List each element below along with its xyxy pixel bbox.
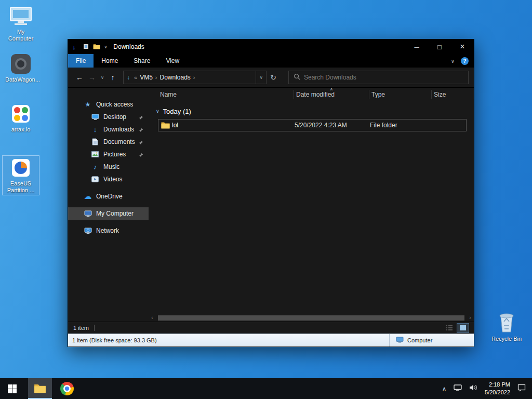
sidebar-item-label: Music (103, 163, 119, 170)
music-icon: ♪ (91, 163, 99, 171)
group-header-today[interactable]: ∨ Today (1) (149, 105, 474, 117)
desktop-icon-easeus[interactable]: EaseUS Partition ... (3, 156, 39, 195)
maximize-button[interactable]: □ (428, 39, 451, 54)
taskbar-clock[interactable]: 2:18 PM 5/20/2022 (485, 381, 510, 396)
desktop-icon-recycle-bin[interactable]: Recycle Bin (490, 308, 523, 343)
qat-new-folder-icon[interactable] (93, 44, 100, 50)
thumbnail-view-button[interactable] (457, 324, 469, 332)
documents-icon (91, 138, 99, 145)
window-title: Downloads (113, 43, 144, 50)
column-header-date-modified[interactable]: ∧ Date modified (294, 90, 369, 99)
breadcrumb-vm5[interactable]: VM5 (138, 74, 154, 81)
pin-icon (139, 139, 143, 147)
desktop-icon-label: My Computer (5, 29, 36, 42)
back-button[interactable]: ← (73, 71, 86, 84)
sidebar-item-network[interactable]: Network (68, 224, 149, 237)
sidebar-item-pictures[interactable]: Pictures (68, 148, 149, 161)
forward-button[interactable]: → (86, 71, 98, 84)
arrax-icon (5, 103, 36, 125)
tray-overflow-chevron-icon[interactable]: ∧ (442, 385, 446, 392)
tab-view[interactable]: View (158, 54, 187, 68)
sidebar-item-documents[interactable]: Documents (68, 136, 149, 148)
column-header-type[interactable]: Type (369, 90, 432, 99)
help-icon[interactable]: ? (461, 57, 469, 65)
file-list-pane: Name ∧ Date modified Type Size ∨ Today (… (149, 88, 474, 314)
taskbar: ∧ 2:18 PM 5/20/2022 (0, 378, 532, 399)
sidebar-item-label: OneDrive (96, 193, 123, 200)
title-bar: ↓ ∨ Downloads ─ □ × (68, 39, 474, 54)
desktop-icon-label: Recycle Bin (491, 336, 522, 342)
pictures-icon (91, 151, 99, 157)
desktop-icon-my-computer[interactable]: My Computer (4, 4, 37, 43)
taskbar-chrome-button[interactable] (55, 378, 79, 399)
explorer-status-bar: 1 item (68, 322, 474, 334)
search-box[interactable] (288, 71, 469, 84)
up-button[interactable]: ↑ (107, 71, 119, 84)
details-view-button[interactable] (444, 324, 455, 332)
desktop-background: My Computer DataWagon... arrax.io EaseUS… (0, 0, 532, 399)
sidebar-item-my-computer[interactable]: My Computer (68, 207, 149, 220)
pin-icon (139, 114, 143, 122)
file-type: File folder (370, 122, 432, 129)
my-computer-icon (5, 5, 36, 27)
search-input[interactable] (304, 74, 463, 81)
file-row[interactable]: lol 5/20/2022 4:23 AM File folder (158, 119, 467, 131)
column-header-name[interactable]: Name (158, 90, 294, 99)
scroll-left-arrow[interactable]: ‹ (149, 314, 156, 322)
taskbar-file-explorer-button[interactable] (28, 378, 52, 399)
sidebar-item-label: Downloads (103, 126, 134, 133)
group-collapse-chevron-icon: ∨ (156, 109, 159, 114)
pin-icon (139, 127, 143, 134)
refresh-button[interactable]: ↻ (267, 71, 280, 84)
close-button[interactable]: × (451, 39, 474, 54)
videos-icon (91, 176, 99, 182)
address-dropdown-chevron-icon[interactable]: ∨ (256, 71, 263, 84)
desktop-icon-arrax[interactable]: arrax.io (4, 102, 37, 134)
quick-access-star-icon: ★ (84, 101, 92, 108)
sidebar-item-downloads[interactable]: ↓ Downloads (68, 123, 149, 136)
sidebar-item-label: My Computer (96, 210, 134, 217)
sidebar-item-desktop[interactable]: Desktop (68, 111, 149, 123)
action-center-icon[interactable] (517, 384, 526, 394)
breadcrumb-separator-icon[interactable]: › (154, 74, 158, 81)
zone-label: Computer (407, 337, 432, 343)
item-count: 1 item (73, 325, 89, 331)
tab-file[interactable]: File (68, 54, 94, 68)
sidebar-item-music[interactable]: ♪ Music (68, 161, 149, 173)
windows-logo-icon (8, 384, 17, 393)
onedrive-cloud-icon: ☁ (84, 192, 92, 201)
tab-share[interactable]: Share (126, 54, 158, 68)
sidebar-item-label: Pictures (103, 151, 126, 158)
desktop-folder-icon (91, 114, 99, 121)
address-bar[interactable]: ↓ « VM5 › Downloads › ∨ (123, 71, 267, 84)
start-button[interactable] (0, 378, 24, 399)
tray-volume-icon[interactable] (469, 384, 477, 393)
sidebar-item-label: Desktop (103, 113, 126, 121)
address-overflow[interactable]: « (133, 74, 138, 81)
sidebar-item-onedrive[interactable]: ☁ OneDrive (68, 190, 149, 203)
qat-properties-icon[interactable] (83, 44, 89, 50)
scrollbar-thumb[interactable] (158, 315, 464, 321)
file-name: lol (172, 122, 295, 129)
qat-customize-chevron-icon[interactable]: ∨ (104, 45, 108, 49)
scroll-right-arrow[interactable]: › (467, 314, 474, 322)
breadcrumb-downloads[interactable]: Downloads (158, 74, 192, 81)
breadcrumb-separator-icon[interactable]: › (192, 74, 196, 81)
recent-locations-chevron-icon[interactable]: ∨ (98, 71, 107, 84)
sidebar-item-label: Documents (103, 138, 135, 145)
desktop-icon-datawagon[interactable]: DataWagon... (4, 52, 37, 84)
minimize-button[interactable]: ─ (405, 39, 428, 54)
sidebar-item-videos[interactable]: Videos (68, 173, 149, 185)
pin-icon (139, 152, 143, 159)
navigation-bar: ← → ∨ ↑ ↓ « VM5 › Downloads › ∨ ↻ (68, 68, 474, 88)
network-icon (84, 228, 92, 234)
navigation-pane: ★ Quick access Desktop ↓ Downloads (68, 88, 149, 314)
disk-space-status: 1 item (Disk free space: 93.3 GB) (72, 337, 157, 343)
ribbon-collapse-chevron-icon[interactable]: ∨ (451, 58, 455, 64)
clock-date: 5/20/2022 (485, 389, 510, 396)
tab-home[interactable]: Home (94, 54, 126, 68)
sidebar-item-quick-access[interactable]: ★ Quick access (68, 98, 149, 111)
sidebar-item-label: Quick access (96, 101, 133, 108)
tray-network-icon[interactable] (454, 384, 462, 393)
column-header-size[interactable]: Size (432, 90, 473, 99)
